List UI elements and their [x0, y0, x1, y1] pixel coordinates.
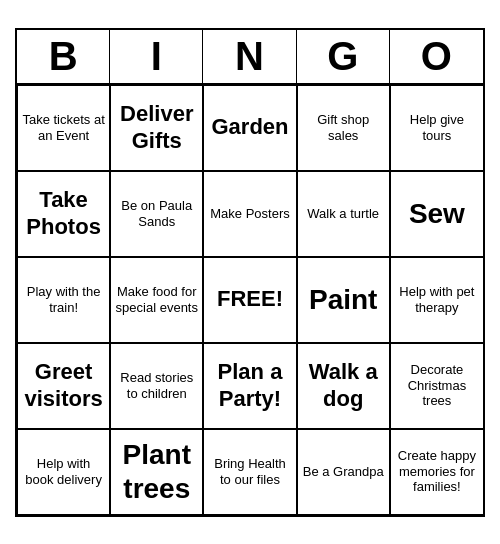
header-letter-n: N — [203, 30, 296, 83]
header-letter-g: G — [297, 30, 390, 83]
header-letter-o: O — [390, 30, 483, 83]
bingo-cell-22: Bring Health to our files — [203, 429, 296, 515]
bingo-cell-2: Garden — [203, 85, 296, 171]
bingo-cell-11: Make food for special events — [110, 257, 203, 343]
bingo-cell-8: Walk a turtle — [297, 171, 390, 257]
bingo-cell-20: Help with book delivery — [17, 429, 110, 515]
bingo-cell-1: Deliver Gifts — [110, 85, 203, 171]
bingo-cell-16: Read stories to children — [110, 343, 203, 429]
bingo-cell-10: Play with the train! — [17, 257, 110, 343]
bingo-header: BINGO — [17, 30, 483, 85]
bingo-cell-6: Be on Paula Sands — [110, 171, 203, 257]
bingo-cell-13: Paint — [297, 257, 390, 343]
bingo-cell-15: Greet visitors — [17, 343, 110, 429]
bingo-cell-7: Make Posters — [203, 171, 296, 257]
bingo-cell-0: Take tickets at an Event — [17, 85, 110, 171]
bingo-cell-9: Sew — [390, 171, 483, 257]
bingo-cell-3: Gift shop sales — [297, 85, 390, 171]
bingo-cell-4: Help give tours — [390, 85, 483, 171]
bingo-card: BINGO Take tickets at an EventDeliver Gi… — [15, 28, 485, 517]
bingo-cell-23: Be a Grandpa — [297, 429, 390, 515]
header-letter-b: B — [17, 30, 110, 83]
bingo-cell-21: Plant trees — [110, 429, 203, 515]
bingo-cell-18: Walk a dog — [297, 343, 390, 429]
bingo-cell-12: FREE! — [203, 257, 296, 343]
bingo-cell-5: Take Photos — [17, 171, 110, 257]
header-letter-i: I — [110, 30, 203, 83]
bingo-cell-14: Help with pet therapy — [390, 257, 483, 343]
bingo-cell-17: Plan a Party! — [203, 343, 296, 429]
bingo-cell-19: Decorate Christmas trees — [390, 343, 483, 429]
bingo-grid: Take tickets at an EventDeliver GiftsGar… — [17, 85, 483, 515]
bingo-cell-24: Create happy memories for families! — [390, 429, 483, 515]
